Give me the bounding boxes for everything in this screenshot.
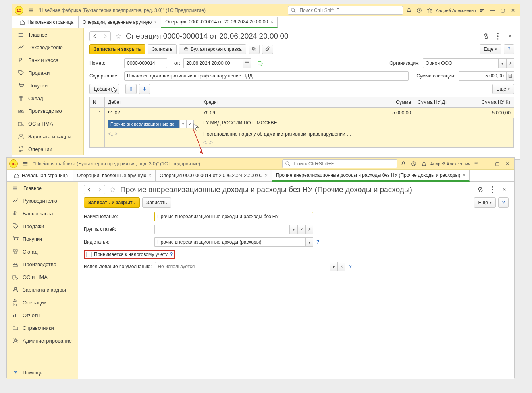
- maximize-button[interactable]: ▢: [493, 159, 501, 168]
- menu-lines-icon[interactable]: [478, 6, 486, 15]
- sidebar-item-admin[interactable]: Администрирование: [7, 334, 78, 347]
- date-combo[interactable]: [183, 58, 251, 68]
- clear-icon[interactable]: ×: [297, 225, 305, 234]
- tab-operation-document[interactable]: Операция 0000-000014 от 20.06.2024 20:00…: [156, 170, 272, 181]
- close-window-button[interactable]: ✕: [509, 6, 517, 15]
- dropdown-icon[interactable]: ▾: [330, 262, 337, 271]
- date-input[interactable]: [183, 58, 243, 68]
- help-hint-icon[interactable]: ?: [349, 264, 351, 269]
- default-usage-combo[interactable]: ▾ ×: [155, 262, 345, 271]
- save-and-close-button[interactable]: Записать и закрыть: [84, 197, 140, 208]
- sum-input[interactable]: [459, 71, 506, 81]
- tab-operations-manual[interactable]: Операции, введенные вручную ×: [79, 16, 161, 28]
- attach-button[interactable]: [262, 45, 273, 54]
- sidebar-item-stock[interactable]: Склад: [7, 245, 78, 258]
- cell-credit-empty[interactable]: <...>: [200, 138, 359, 147]
- sidebar-item-main[interactable]: Главное: [29, 32, 47, 38]
- sidebar-burger-icon[interactable]: [16, 31, 25, 39]
- cell-nudt[interactable]: [414, 108, 462, 118]
- sidebar-item-manager[interactable]: Руководителю: [7, 194, 78, 207]
- open-ref-icon[interactable]: ↗: [187, 120, 194, 128]
- more-button[interactable]: Еще ▾: [474, 197, 496, 208]
- sidebar-item-salary[interactable]: Зарплата и кадры: [12, 130, 83, 143]
- forward-button[interactable]: [94, 185, 105, 194]
- close-tab-icon[interactable]: ×: [148, 173, 151, 178]
- default-usage-input[interactable]: [155, 262, 330, 271]
- sidebar-item-production[interactable]: Производство: [12, 105, 83, 117]
- calc-icon[interactable]: [506, 71, 514, 81]
- menu-lines-icon[interactable]: [472, 159, 481, 168]
- content-input[interactable]: [124, 71, 409, 81]
- open-icon[interactable]: ↗: [506, 58, 514, 68]
- more-vertical-icon[interactable]: [488, 185, 497, 194]
- home-tab[interactable]: Начальная страница: [15, 16, 79, 28]
- sidebar-item-purchases[interactable]: Покупки: [12, 79, 83, 92]
- related-docs-button[interactable]: [249, 45, 260, 54]
- forward-button[interactable]: [100, 32, 110, 41]
- number-input[interactable]: [124, 58, 167, 68]
- history-icon[interactable]: [415, 6, 424, 15]
- sidebar-item-help[interactable]: ?Помощь: [7, 366, 78, 379]
- print-reference-button[interactable]: Бухгалтерская справка: [179, 44, 246, 54]
- sidebar-item-main[interactable]: Главное: [23, 186, 42, 191]
- minimize-button[interactable]: —: [482, 159, 491, 168]
- more-button[interactable]: Еще ▾: [480, 44, 501, 54]
- minimize-button[interactable]: —: [488, 6, 497, 15]
- maximize-button[interactable]: ▢: [498, 6, 507, 15]
- burger-menu-icon[interactable]: [27, 6, 35, 15]
- dropdown-icon[interactable]: ▾: [305, 237, 313, 247]
- link-icon[interactable]: [482, 32, 490, 41]
- dropdown-icon[interactable]: ▾: [179, 120, 187, 128]
- help-button[interactable]: ?: [498, 197, 509, 208]
- close-tab-icon[interactable]: ×: [463, 172, 465, 178]
- sidebar-item-reports[interactable]: Отчеты: [7, 309, 78, 321]
- sidebar-item-purchases[interactable]: Покупки: [7, 232, 78, 245]
- user-label[interactable]: Андрей Алексеевич: [430, 161, 470, 166]
- cell-credit-subconto2[interactable]: Постановление по делу об административно…: [200, 130, 359, 138]
- close-window-button[interactable]: ✕: [503, 159, 512, 168]
- save-button[interactable]: Записать: [142, 197, 171, 208]
- grid-row[interactable]: 1 91.02 76.09 5 000,00 5 000,00: [90, 108, 514, 118]
- star-icon[interactable]: [420, 159, 428, 168]
- cell-nukt[interactable]: 5 000,00: [462, 108, 514, 118]
- dropdown-icon[interactable]: ▾: [289, 225, 297, 234]
- back-button[interactable]: [90, 32, 100, 41]
- group-input[interactable]: [154, 225, 289, 234]
- tab-operations-manual[interactable]: Операции, введенные вручную×: [73, 170, 156, 181]
- sidebar-item-operations[interactable]: ДтКтОперации: [12, 143, 83, 155]
- help-hint-icon[interactable]: ?: [170, 252, 173, 257]
- organization-input[interactable]: [423, 58, 498, 68]
- search-input[interactable]: [299, 7, 400, 14]
- cell-debit-empty[interactable]: <...>: [105, 130, 200, 138]
- close-form-button[interactable]: ✕: [505, 32, 514, 41]
- help-hint-icon[interactable]: ?: [316, 239, 319, 245]
- move-down-button[interactable]: ⬇: [139, 84, 150, 94]
- add-row-button[interactable]: Добавить: [89, 84, 119, 94]
- kind-input[interactable]: [154, 237, 305, 247]
- star-outline-icon[interactable]: [114, 32, 123, 41]
- more-vertical-icon[interactable]: [493, 32, 502, 41]
- group-combo[interactable]: ▾ × ↗: [154, 225, 313, 234]
- sidebar-item-bank[interactable]: ₽Банк и касса: [7, 207, 78, 220]
- tab-operation-document[interactable]: Операция 0000-000014 от 20.06.2024 20:00…: [161, 17, 278, 28]
- name-input[interactable]: [154, 212, 313, 221]
- burger-menu-icon[interactable]: [21, 159, 30, 168]
- sidebar-item-ref[interactable]: Справочники: [7, 321, 78, 334]
- close-tab-icon[interactable]: ×: [154, 19, 157, 25]
- close-tab-icon[interactable]: ×: [265, 173, 268, 178]
- sidebar-item-salary[interactable]: Зарплата и кадры: [7, 283, 78, 296]
- sidebar-item-production[interactable]: Производство: [7, 258, 78, 271]
- cell-debit-subconto[interactable]: Прочие внереализационные до ▾ ↗: [105, 118, 200, 130]
- post-document-icon[interactable]: [256, 59, 264, 68]
- search-box[interactable]: [288, 6, 403, 15]
- search-box[interactable]: [282, 159, 397, 168]
- save-button[interactable]: Записать: [148, 44, 177, 54]
- link-icon[interactable]: [476, 185, 485, 194]
- sidebar-item-sales[interactable]: Продажи: [12, 66, 83, 79]
- star-outline-icon[interactable]: [108, 185, 117, 194]
- sidebar-item-os-nma[interactable]: ОС и НМА: [7, 271, 78, 283]
- sidebar-item-sales[interactable]: Продажи: [7, 220, 78, 232]
- save-and-close-button[interactable]: Записать и закрыть: [89, 44, 145, 54]
- sidebar-item-operations[interactable]: ДтКтОперации: [7, 296, 78, 309]
- close-form-button[interactable]: ✕: [500, 185, 509, 194]
